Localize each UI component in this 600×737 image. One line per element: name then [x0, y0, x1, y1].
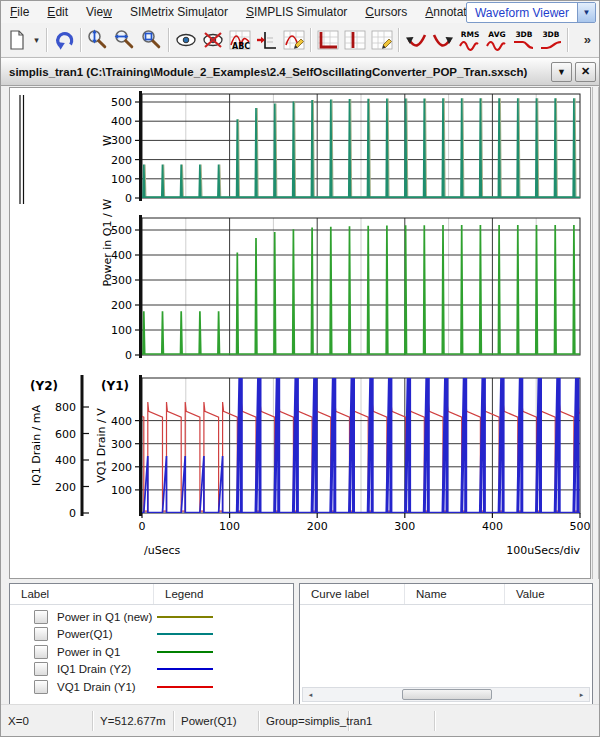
legend-label: IQ1 Drain (Y2) [57, 663, 131, 675]
svg-text:100: 100 [219, 520, 240, 533]
legend-color-line [157, 616, 213, 618]
new-document-button[interactable] [3, 26, 30, 53]
legend-row-iq1-drain-y2[interactable]: IQ1 Drain (Y2) [10, 661, 293, 679]
new-grid-button[interactable] [341, 26, 368, 53]
menu-item-simplis-simulator[interactable]: SIMPLIS Simulator [237, 2, 356, 22]
svg-text:AVG: AVG [488, 30, 505, 39]
legend-row-power-in-q1[interactable]: Power in Q1 [10, 643, 293, 661]
legend-rows: Power in Q1 (new)Power(Q1)Power in Q1IQ1… [10, 605, 293, 696]
document-titlebar: simplis_tran1 (C:\Training\Module_2_Exam… [1, 57, 599, 86]
viewer-select[interactable]: Waveform Viewer ▼ [466, 2, 596, 23]
status-empty-1 [349, 711, 435, 731]
scrollbar-thumb[interactable] [402, 689, 491, 700]
svg-text:500: 500 [111, 224, 132, 237]
previous-curve-button[interactable] [402, 26, 429, 53]
label-curve-icon: ABC [228, 28, 252, 52]
svg-text:0: 0 [125, 349, 132, 362]
legend-row-vq1-drain-y1[interactable]: VQ1 Drain (Y1) [10, 678, 293, 696]
menu-item-cursors[interactable]: Cursors [356, 2, 416, 22]
values-header: Curve label Name Value [300, 584, 592, 605]
legend-label: Power in Q1 (new) [57, 611, 152, 623]
3db-highpass-icon: 3DB [538, 28, 564, 52]
scroll-left-icon[interactable]: ◂ [303, 688, 318, 701]
legend-checkbox[interactable] [34, 680, 48, 694]
menu-item-edit[interactable]: Edit [38, 2, 77, 22]
svg-text:100: 100 [111, 173, 132, 186]
svg-text:400: 400 [55, 454, 76, 467]
svg-text:200: 200 [111, 299, 132, 312]
status-y: Y=512.677m [93, 711, 174, 731]
svg-text:/uSecs: /uSecs [144, 544, 180, 557]
scroll-right-icon[interactable]: ▸ [574, 688, 589, 701]
svg-text:400: 400 [482, 520, 503, 533]
legend-checkbox[interactable] [34, 645, 48, 659]
avg-button[interactable]: AVG [483, 26, 510, 53]
svg-text:400: 400 [111, 249, 132, 262]
legend-checkbox[interactable] [34, 610, 48, 624]
zoom-x-icon [113, 28, 137, 52]
new-document-dropdown[interactable]: ▾ [30, 26, 43, 53]
next-curve-button[interactable] [429, 26, 456, 53]
menu-items: FileEditViewSIMetrix SimulatorSIMPLIS Si… [1, 2, 482, 22]
label-curve-button[interactable]: ABC [226, 26, 253, 53]
svg-text:0: 0 [69, 507, 76, 520]
edit-curve-button[interactable] [280, 26, 307, 53]
waveform-plot[interactable]: 0100200300400500W0100200300400500Power i… [10, 88, 590, 578]
status-empty-2 [435, 711, 599, 731]
values-header-value[interactable]: Value [505, 584, 592, 604]
zoom-x-button[interactable] [111, 26, 138, 53]
svg-text:3DB: 3DB [515, 30, 532, 39]
eye-crossed-icon [201, 28, 225, 52]
svg-text:VQ1 Drain / V: VQ1 Drain / V [95, 408, 108, 483]
scrollbar-track[interactable] [318, 688, 574, 701]
3db-highpass-button[interactable]: 3DB [537, 26, 564, 53]
window-menu-button[interactable]: ▼ [551, 62, 572, 82]
toolbar-separator [310, 28, 311, 52]
legend-label: Power(Q1) [57, 628, 113, 640]
toolbar-overflow-chevron[interactable]: » [576, 32, 599, 47]
values-header-curve-label[interactable]: Curve label [300, 584, 405, 604]
menu-item-simetrix-simulator[interactable]: SIMetrix Simulator [121, 2, 237, 22]
waveform-viewer-window: FileEditViewSIMetrix SimulatorSIMPLIS Si… [0, 0, 600, 737]
legend-checkbox[interactable] [34, 662, 48, 676]
svg-text:400: 400 [111, 115, 132, 128]
hide-curve-button[interactable] [199, 26, 226, 53]
legend-header-legend[interactable]: Legend [154, 584, 293, 604]
svg-text:RMS: RMS [460, 30, 479, 39]
edit-grid-icon [370, 28, 394, 52]
zoom-box-icon [140, 28, 164, 52]
menu-item-view[interactable]: View [77, 2, 121, 22]
vertical-scrollbar[interactable] [592, 87, 599, 579]
zoom-y-button[interactable] [84, 26, 111, 53]
values-header-name[interactable]: Name [405, 584, 505, 604]
zoom-box-button[interactable] [138, 26, 165, 53]
toolbar-separator [46, 28, 47, 52]
status-bar: X=0Y=512.677mPower(Q1)Group=simplis_tran… [1, 704, 599, 736]
legend-row-power-q1[interactable]: Power(Q1) [10, 626, 293, 644]
svg-text:300: 300 [111, 274, 132, 287]
curve-arrow-right-icon [431, 28, 455, 52]
rms-icon: RMS [457, 28, 483, 52]
svg-text:200: 200 [111, 461, 132, 474]
legend-row-power-in-q1-new[interactable]: Power in Q1 (new) [10, 608, 293, 626]
new-axis-button[interactable] [314, 26, 341, 53]
new-axis-icon [316, 28, 340, 52]
svg-text:600: 600 [55, 428, 76, 441]
svg-text:400: 400 [111, 415, 132, 428]
edit-grid-button[interactable] [368, 26, 395, 53]
svg-text:800: 800 [55, 401, 76, 414]
legend-panel: Label Legend Power in Q1 (new)Power(Q1)P… [9, 583, 294, 705]
undo-button[interactable] [50, 26, 77, 53]
graph-panel[interactable]: 0100200300400500W0100200300400500Power i… [9, 87, 591, 579]
close-button[interactable]: ✕ [575, 62, 596, 82]
menu-item-file[interactable]: File [1, 2, 38, 22]
3db-lowpass-button[interactable]: 3DB [510, 26, 537, 53]
rms-button[interactable]: RMS [456, 26, 483, 53]
move-curve-to-axis-button[interactable] [253, 26, 280, 53]
legend-checkbox[interactable] [34, 627, 48, 641]
horizontal-scrollbar[interactable]: ◂ ▸ [302, 687, 590, 702]
eye-icon [174, 28, 198, 52]
chevron-down-icon[interactable]: ▼ [577, 3, 595, 22]
show-curve-button[interactable] [172, 26, 199, 53]
legend-header-label[interactable]: Label [10, 584, 154, 604]
